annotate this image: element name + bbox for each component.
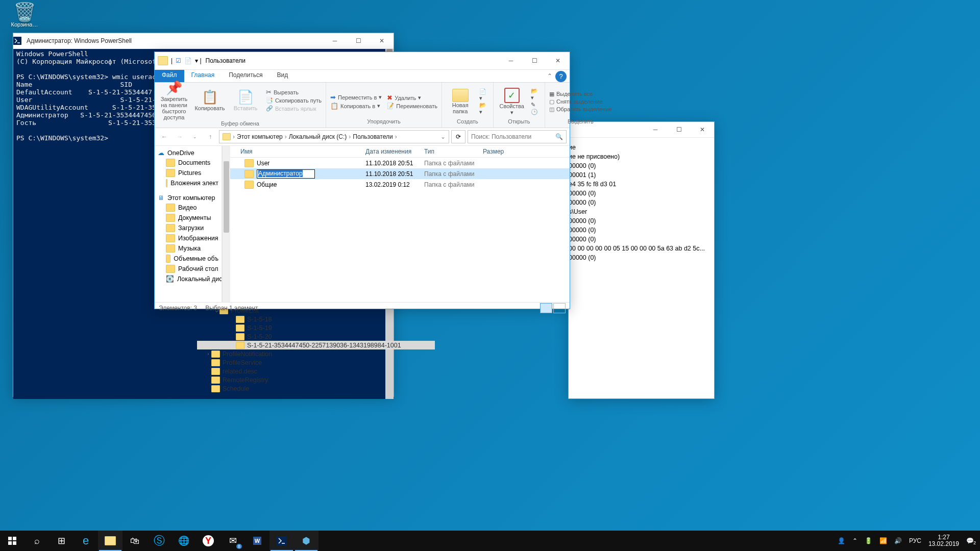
navigation-pane[interactable]: ☁OneDrive Documents Pictures Вложения эл… <box>155 146 222 302</box>
nav-images[interactable]: Изображения <box>155 233 222 243</box>
nav-forward-button[interactable]: → <box>173 130 186 143</box>
new-folder-button[interactable]: Новая папка <box>446 89 475 114</box>
qat-dropdown[interactable]: ▾ | <box>195 57 201 64</box>
yandex-button[interactable]: Y <box>196 531 220 551</box>
select-all-button[interactable]: ▦Выделить все <box>549 91 612 97</box>
nav-local-disk[interactable]: 💽Локальный диск⌄ <box>155 274 222 284</box>
nav-documents[interactable]: Documents <box>155 158 222 168</box>
notifications-button[interactable]: 💬 2 <box>966 537 974 544</box>
nav-onedrive[interactable]: ☁OneDrive <box>155 148 222 158</box>
task-view-button[interactable]: ⊞ <box>49 531 74 551</box>
nav-this-pc[interactable]: 🖥Этот компьютер <box>155 193 222 203</box>
nav-up-button[interactable]: ↑ <box>204 130 217 143</box>
column-headers[interactable]: Имя Дата изменения Тип Размер <box>230 146 570 158</box>
nav-pictures[interactable]: Pictures <box>155 168 222 178</box>
copy-path-button[interactable]: 📑Скопировать путь <box>266 97 322 104</box>
refresh-button[interactable]: ⟳ <box>451 130 465 143</box>
new-item-icon[interactable]: 📄▾ <box>479 88 489 102</box>
address-bar[interactable]: › Этот компьютер › Локальный диск (C:) ›… <box>219 130 449 143</box>
nav-desktop[interactable]: Рабочий стол <box>155 264 222 274</box>
registry-tree[interactable]: ⌄ProfileListS-1-5-18S-1-5-19S-1-5-20S-1-… <box>197 306 435 393</box>
nav-scrollbar[interactable] <box>222 146 230 302</box>
mail-button[interactable]: ✉8 <box>220 531 245 551</box>
powershell-titlebar[interactable]: Администратор: Windows PowerShell ─ ☐ ✕ <box>13 33 394 49</box>
battery-icon[interactable]: 🔋 <box>865 537 872 544</box>
cut-button[interactable]: ✂Вырезать <box>266 88 322 96</box>
regedit-task-button[interactable]: ⬢ <box>294 531 318 551</box>
easy-access-icon[interactable]: 📂▾ <box>479 102 489 115</box>
nav-back-button[interactable]: ← <box>158 130 171 143</box>
edit-icon[interactable]: ✎ <box>531 102 541 108</box>
nav-attachments[interactable]: Вложения элект <box>155 178 222 188</box>
ribbon-collapse-icon[interactable]: ⌃ <box>547 72 552 80</box>
registry-tree-item[interactable]: ›ProfileNotification <box>197 349 435 358</box>
people-icon[interactable]: 👤 <box>838 537 845 544</box>
col-date[interactable]: Дата изменения <box>365 148 424 155</box>
file-row[interactable]: User 11.10.2018 20:51 Папка с файлами <box>230 158 570 168</box>
close-button[interactable]: ✕ <box>370 33 394 48</box>
close-button[interactable]: ✕ <box>691 122 714 137</box>
copy-button[interactable]: 📋 Копировать <box>194 89 225 111</box>
minimize-button[interactable]: ─ <box>644 122 667 137</box>
nav-downloads[interactable]: Загрузки <box>155 223 222 233</box>
registry-tree-item[interactable]: RemoteRegistry <box>197 375 435 384</box>
minimize-button[interactable]: ─ <box>323 33 347 48</box>
language-indicator[interactable]: РУС <box>909 537 921 544</box>
rename-button[interactable]: 📝Переименовать <box>387 103 437 109</box>
col-name[interactable]: Имя <box>230 148 365 155</box>
open-icon[interactable]: 📂▾ <box>531 88 541 101</box>
breadcrumb[interactable]: Локальный диск (C:) <box>289 133 347 140</box>
search-button[interactable]: ⌕ <box>24 531 49 551</box>
help-icon[interactable]: ? <box>555 71 567 82</box>
rename-input[interactable]: Администратор <box>257 169 315 179</box>
registry-tree-item[interactable]: S-1-5-20 <box>197 332 435 341</box>
close-button[interactable]: ✕ <box>546 53 570 68</box>
chrome-button[interactable]: 🌐 <box>172 531 196 551</box>
invert-selection-button[interactable]: ◫Обратить выделение <box>549 106 612 113</box>
properties-button[interactable]: ✓ Свойства▾ <box>498 88 526 116</box>
registry-tree-item[interactable]: related.desc <box>197 367 435 375</box>
volume-icon[interactable]: 🔊 <box>894 537 902 544</box>
explorer-button[interactable] <box>98 531 122 551</box>
file-row-editing[interactable]: Администратор 11.10.2018 20:51 Папка с ф… <box>230 168 570 179</box>
icons-view-button[interactable] <box>553 303 566 313</box>
registry-tree-item[interactable]: S-1-5-19 <box>197 323 435 332</box>
file-row[interactable]: Общие 13.02.2019 0:12 Папка с файлами <box>230 179 570 190</box>
copy-to-button[interactable]: 📋Копировать в ▾ <box>330 102 382 110</box>
breadcrumb[interactable]: Этот компьютер <box>237 133 283 140</box>
skype-button[interactable]: Ⓢ <box>147 531 172 551</box>
details-view-button[interactable] <box>540 303 552 313</box>
registry-tree-item[interactable]: S-1-5-18 <box>197 315 435 323</box>
delete-button[interactable]: ✖Удалить ▾ <box>387 94 437 102</box>
desktop-recycle-bin[interactable]: 🗑️ Корзина… <box>6 3 43 28</box>
nav-3d-objects[interactable]: Объемные объ <box>155 254 222 264</box>
registry-tree-item[interactable]: S-1-5-21-3534447450-2257139036-134319898… <box>197 341 435 349</box>
store-button[interactable]: 🛍 <box>122 531 147 551</box>
breadcrumb[interactable]: Пользователи <box>353 133 393 140</box>
maximize-button[interactable]: ☐ <box>347 33 370 48</box>
edge-button[interactable]: e <box>74 531 98 551</box>
nav-docs[interactable]: Документы <box>155 213 222 223</box>
qat-button[interactable]: 📄 <box>184 57 192 64</box>
move-to-button[interactable]: ➡Переместить в ▾ <box>330 93 382 101</box>
clock[interactable]: 1:27 13.02.2019 <box>928 534 959 547</box>
col-type[interactable]: Тип <box>424 148 483 155</box>
maximize-button[interactable]: ☐ <box>523 53 546 68</box>
nav-recent-button[interactable]: ⌄ <box>188 130 202 143</box>
select-none-button[interactable]: ▢Снять выделение <box>549 98 612 105</box>
start-button[interactable] <box>0 531 24 551</box>
search-input[interactable]: Поиск: Пользователи 🔍 <box>468 130 567 143</box>
explorer-titlebar[interactable]: | ☑ 📄 ▾ | Пользователи ─ ☐ ✕ <box>155 52 570 70</box>
nav-music[interactable]: Музыка <box>155 243 222 254</box>
minimize-button[interactable]: ─ <box>499 53 523 68</box>
tray-chevron-icon[interactable]: ⌃ <box>852 537 857 544</box>
maximize-button[interactable]: ☐ <box>667 122 691 137</box>
history-icon[interactable]: 🕒 <box>531 109 541 115</box>
word-button[interactable]: W <box>245 531 270 551</box>
wifi-icon[interactable]: 📶 <box>879 537 887 544</box>
registry-tree-item[interactable]: ProfileService <box>197 358 435 367</box>
qat-check-icon[interactable]: ☑ <box>176 57 181 64</box>
col-size[interactable]: Размер <box>483 148 513 155</box>
pin-quick-access-button[interactable]: 📌 Закрепить на панели быстрого доступа <box>159 80 189 120</box>
nav-video[interactable]: Видео <box>155 203 222 213</box>
